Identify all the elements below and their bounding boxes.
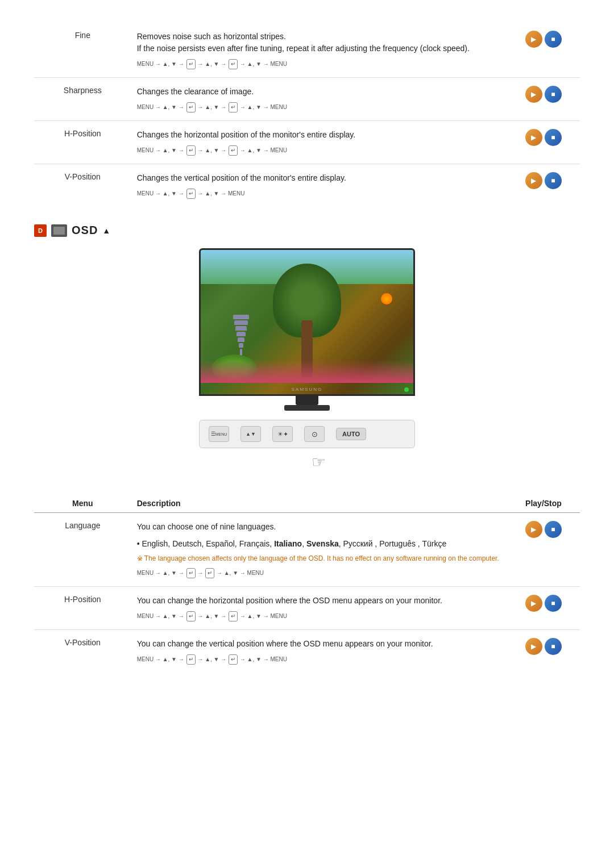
- desc-text: Changes the vertical position of the mon…: [137, 172, 501, 184]
- control-strip: ☰MENU ▲▼ ☀✦ ⊙ AUTO: [199, 420, 415, 448]
- menu-button-ctrl[interactable]: ☰MENU: [209, 426, 229, 442]
- stop-button[interactable]: ■: [545, 521, 562, 538]
- menu-path: MENU → ▲, ▼ → ↵ → ▲, ▼ → ↵ → ▲, ▼ → MENU: [137, 102, 501, 112]
- menu-label: Sharpness: [34, 78, 131, 121]
- top-sections-table: Fine Removes noise such as horizontal st…: [34, 23, 580, 207]
- stop-button[interactable]: ■: [545, 129, 562, 146]
- stop-button[interactable]: ■: [545, 31, 562, 48]
- menu-path: MENU → ▲, ▼ → ↵ → ↵ → ▲, ▼ → MENU: [137, 568, 501, 578]
- play-button[interactable]: ▶: [525, 638, 542, 655]
- desc-cell: You can change the vertical position whe…: [131, 630, 507, 673]
- desc-text: You can change the vertical position whe…: [137, 638, 501, 650]
- table-row: Fine Removes noise such as horizontal st…: [34, 23, 580, 78]
- description-header: Description: [131, 494, 507, 513]
- table-row: V-Position You can change the vertical p…: [34, 630, 580, 673]
- table-row: Language You can choose one of nine lang…: [34, 513, 580, 587]
- menu-path: MENU → ▲, ▼ → ↵ → ▲, ▼ → ↵ → ▲, ▼ → MENU: [137, 611, 501, 621]
- note-text: ※ The language chosen affects only the l…: [137, 553, 501, 564]
- desc-text: Changes the horizontal position of the m…: [137, 129, 501, 141]
- desc-text: You can change the horizontal position w…: [137, 595, 501, 607]
- playstop-cell: ▶ ■: [507, 78, 580, 121]
- bottom-sections-table: Menu Description Play/Stop Language You …: [34, 494, 580, 673]
- play-button[interactable]: ▶: [525, 129, 542, 146]
- osd-title: OSD: [72, 224, 98, 237]
- stop-button[interactable]: ■: [545, 172, 562, 189]
- monitor-brand-text: SAMSUNG: [292, 387, 322, 392]
- finger-pointer-icon: ☞: [312, 453, 326, 471]
- desc-cell: Changes the horizontal position of the m…: [131, 121, 507, 164]
- play-button[interactable]: ▶: [525, 521, 542, 538]
- table-row: Sharpness Changes the clearance of image…: [34, 78, 580, 121]
- btn-group: ▶ ■: [513, 521, 574, 538]
- brightness-button-ctrl[interactable]: ☀✦: [272, 426, 293, 442]
- btn-group: ▶ ■: [513, 172, 574, 189]
- btn-group: ▶ ■: [513, 31, 574, 48]
- table-header-row: Menu Description Play/Stop: [34, 494, 580, 513]
- btn-group: ▶ ■: [513, 595, 574, 612]
- menu-path: MENU → ▲, ▼ → ↵ → ▲, ▼ → ↵ → ▲, ▼ → MENU: [137, 145, 501, 156]
- table-row: V-Position Changes the vertical position…: [34, 164, 580, 207]
- playstop-cell: ▶ ■: [507, 630, 580, 673]
- menu-label: Language: [34, 513, 131, 587]
- table-row: H-Position Changes the horizontal positi…: [34, 121, 580, 164]
- menu-header: Menu: [34, 494, 131, 513]
- stop-button[interactable]: ■: [545, 86, 562, 103]
- desc-cell: Changes the clearance of image. MENU → ▲…: [131, 78, 507, 121]
- auto-button-ctrl[interactable]: AUTO: [336, 428, 366, 440]
- osd-monitor-icon: [51, 224, 67, 237]
- playstop-cell: ▶ ■: [507, 513, 580, 587]
- monitor-stand: [296, 396, 318, 405]
- stop-button[interactable]: ■: [545, 638, 562, 655]
- play-button[interactable]: ▶: [525, 172, 542, 189]
- playstop-cell: ▶ ■: [507, 121, 580, 164]
- btn-group: ▶ ■: [513, 129, 574, 146]
- stop-button[interactable]: ■: [545, 595, 562, 612]
- desc-intro: You can choose one of nine languages.: [137, 521, 501, 533]
- osd-triangle-icon: ▲: [102, 226, 110, 235]
- enter-button-ctrl[interactable]: ⊙: [304, 426, 325, 442]
- nav-button-ctrl[interactable]: ▲▼: [240, 426, 261, 442]
- menu-label: V-Position: [34, 164, 131, 207]
- btn-group: ▶ ■: [513, 86, 574, 103]
- menu-path: MENU → ▲, ▼ → ↵ → ▲, ▼ → MENU: [137, 189, 501, 199]
- desc-cell: You can change the horizontal position w…: [131, 587, 507, 630]
- monitor-screen: SAMSUNG: [201, 250, 413, 394]
- desc-cell: Changes the vertical position of the mon…: [131, 164, 507, 207]
- playstop-header: Play/Stop: [507, 494, 580, 513]
- play-button[interactable]: ▶: [525, 595, 542, 612]
- desc-cell: Removes noise such as horizontal stripes…: [131, 23, 507, 78]
- monitor-frame: SAMSUNG: [199, 248, 415, 396]
- osd-section-header: D OSD ▲: [34, 224, 580, 237]
- playstop-cell: ▶ ■: [507, 587, 580, 630]
- monitor-illustration: SAMSUNG ☰MENU ▲▼ ☀✦ ⊙ AUTO ☞: [34, 248, 580, 471]
- play-button[interactable]: ▶: [525, 86, 542, 103]
- play-button[interactable]: ▶: [525, 31, 542, 48]
- btn-group: ▶ ■: [513, 638, 574, 655]
- desc-text: Changes the clearance of image.: [137, 86, 501, 98]
- playstop-cell: ▶ ■: [507, 23, 580, 78]
- menu-label: H-Position: [34, 121, 131, 164]
- menu-label: V-Position: [34, 630, 131, 673]
- table-row: H-Position You can change the horizontal…: [34, 587, 580, 630]
- osd-d-icon: D: [34, 224, 47, 237]
- power-indicator: [404, 387, 409, 392]
- menu-label: Fine: [34, 23, 131, 78]
- menu-path: MENU → ▲, ▼ → ↵ → ▲, ▼ → ↵ → ▲, ▼ → MENU: [137, 654, 501, 665]
- desc-text: Removes noise such as horizontal stripes…: [137, 31, 501, 55]
- menu-label: H-Position: [34, 587, 131, 630]
- pagoda-decoration: [233, 315, 250, 360]
- playstop-cell: ▶ ■: [507, 164, 580, 207]
- lang-list: • English, Deutsch, Español, Français, I…: [137, 537, 501, 550]
- monitor-base: [284, 405, 330, 411]
- desc-cell: You can choose one of nine languages.• E…: [131, 513, 507, 587]
- menu-path: MENU → ▲, ▼ → ↵ → ▲, ▼ → ↵ → ▲, ▼ → MENU: [137, 59, 501, 69]
